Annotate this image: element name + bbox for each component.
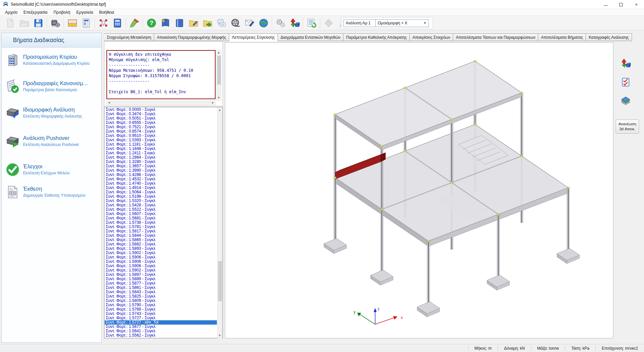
statusbar-unit-label: Επιτάχυνση: m/sec2: [595, 346, 644, 351]
save[interactable]: [31, 16, 45, 30]
convergence-message-box: Η σύγκλιση δεν επιτεύχθηκεΜήνυμα σύγκλισ…: [106, 50, 216, 99]
menu-item[interactable]: Βοήθεια: [96, 9, 117, 15]
scroll-left-icon[interactable]: ◄: [107, 101, 111, 105]
model-3d-viewport[interactable]: z x y: [225, 42, 613, 338]
sidebar-item-sublabel: Παράμετροι βάσει Κανονισμού: [23, 87, 88, 93]
toolbar-button[interactable]: [271, 16, 274, 30]
minimize-button[interactable]: [598, 0, 613, 9]
axis-triad: z x y: [353, 307, 403, 324]
roof-slab: [335, 61, 522, 150]
website[interactable]: [257, 16, 271, 30]
refresh-3d-button[interactable]: Ανανέωση 3d Απεικ.: [616, 120, 639, 134]
tab[interactable]: Λεπτομέρειες Σύγκλισης: [229, 33, 278, 41]
scroll-right-icon[interactable]: ►: [211, 101, 215, 105]
analysis-log[interactable]: [305, 16, 319, 30]
convergence-vscrollbar[interactable]: ▲ ▼: [216, 50, 221, 101]
toolbar-button-icon: [259, 18, 269, 28]
sidebar-item-label: Ιδιομορφική Ανάλυση: [23, 107, 82, 113]
menu-item[interactable]: Εργαλεία: [73, 9, 96, 15]
run-analysis[interactable]: [48, 16, 62, 30]
display-options[interactable]: [288, 16, 302, 30]
sidebar-item-building-modelling[interactable]: Προσομοίωση Κτιρίου Κατασκευαστική Διαμό…: [6, 53, 98, 68]
scroll-up-icon[interactable]: ▲: [218, 108, 222, 113]
tab[interactable]: Στοχευόμενη Μετακίνηση: [104, 33, 154, 41]
statusbar-unit-label: Τάση: kPa: [565, 346, 595, 351]
forum[interactable]: [215, 16, 229, 30]
toolbar-button-icon: [290, 18, 300, 28]
menu-item[interactable]: Επεξεργασία: [20, 9, 50, 15]
tab[interactable]: Διαγράμματα Εντατικών Μεγεθών: [278, 33, 343, 41]
sidebar-item-eigenvalue-analysis[interactable]: Ιδιομορφική Ανάλυση Εκτέλεση Ιδιομορφική…: [6, 106, 98, 121]
sidebar-title: Βήματα Διαδικασίας: [13, 37, 64, 44]
building-modeller[interactable]: [65, 16, 79, 30]
sidebar-header: Βήματα Διαδικασίας: [2, 33, 101, 48]
toolbar-button[interactable]: [319, 16, 322, 30]
open-file[interactable]: [17, 16, 31, 30]
sidebar-item-label: Ανάλυση Pushover: [23, 135, 79, 141]
tab[interactable]: Παράμετροι Καθολικής Απόκρισης: [343, 33, 410, 41]
view-3d-options[interactable]: [619, 57, 632, 70]
sidebar-item-checks[interactable]: Έλεγχοι Εκτέλεση Ελέγχων Μελών: [6, 163, 98, 178]
scroll-down-icon[interactable]: ▼: [218, 333, 222, 338]
toolbar-button-icon: [231, 18, 241, 28]
toolbar-button-icon: [189, 18, 199, 28]
toolbar-button[interactable]: [124, 16, 127, 30]
menubar: ΑρχείοΕπεξεργασίαΠροβολήΕργαλείαΒοήθεια: [0, 9, 644, 16]
update-project[interactable]: [201, 16, 215, 30]
convergence-line: -----------------: [109, 62, 215, 68]
tab[interactable]: Αποτελέσματα Βήματος: [538, 33, 586, 41]
toolbar-button-icon: [160, 18, 171, 28]
svg-text:x: x: [401, 315, 403, 320]
structural-model[interactable]: [96, 16, 110, 30]
load-pattern-select[interactable]: Ομοιόμορφη + X ▼: [375, 19, 429, 27]
convergence-line: -----------------: [109, 78, 215, 84]
sidebar-item-code-requirements[interactable]: Προδιαγραφές Κανονισμ... Παράμετροι βάσε…: [6, 79, 98, 95]
analysis-select[interactable]: Ανάλυση Αρ.1: [343, 19, 375, 27]
menu-item[interactable]: Αρχείο: [2, 9, 20, 15]
edit-project-folder[interactable]: [187, 16, 201, 30]
toolbar-button[interactable]: [45, 16, 48, 30]
toolbar-button-icon: [217, 18, 227, 28]
close-button[interactable]: ×: [629, 0, 644, 9]
footings: [324, 238, 580, 317]
sidebar-item-pushover-analysis[interactable]: Ανάλυση Pushover Εκτέλεση Αναλύσεων Push…: [6, 134, 98, 150]
sidebar-item-sublabel: Εκτέλεση Αναλύσεων Pushover: [23, 142, 79, 147]
tab[interactable]: Απεικόνιση Παραμορφωμένης Μορφής: [154, 33, 229, 41]
user-manual[interactable]: [173, 16, 187, 30]
calculator[interactable]: [110, 16, 124, 30]
help[interactable]: [144, 16, 158, 30]
inactive-tool-1[interactable]: [322, 16, 336, 30]
load-step-row[interactable]: Συντ. Φορτ.: 1.5562 - Συγκλ: [105, 333, 217, 338]
list-vscrollbar[interactable]: ▲ ▼: [217, 108, 222, 338]
format-brush[interactable]: [127, 16, 141, 30]
toolbar: Ανάλυση Αρ.1 Ομοιόμορφη + X ▼: [0, 16, 644, 30]
tab[interactable]: Αποτελέσματα Τάσεων και Παραμορφώσεων: [453, 33, 538, 41]
tab[interactable]: Αποκρίσεις Στοιχείων: [410, 33, 453, 41]
settings[interactable]: [274, 16, 288, 30]
video-tutorials[interactable]: [229, 16, 243, 30]
maximize-button[interactable]: [613, 0, 629, 9]
report[interactable]: [79, 16, 93, 30]
toolbar-button[interactable]: [62, 16, 65, 30]
scroll-down-icon[interactable]: ▼: [217, 96, 221, 100]
toolbar-button[interactable]: [93, 16, 96, 30]
new-file[interactable]: [3, 16, 17, 30]
scroll-up-icon[interactable]: ▲: [217, 50, 221, 55]
convergence-hscrollbar[interactable]: ◄ ►: [106, 101, 216, 105]
contact-support[interactable]: [243, 16, 257, 30]
layers[interactable]: [619, 94, 632, 108]
chevron-down-icon: ▼: [423, 21, 426, 25]
sidebar-item-label: Έκθεση: [23, 186, 85, 192]
load-steps-list: Συντ. Φορτ.: 0.0000 - ΣυγκλΣυντ. Φορτ.: …: [105, 108, 217, 338]
element-checks[interactable]: [619, 75, 632, 89]
menu-item[interactable]: Προβολή: [50, 9, 73, 15]
toolbar-button-icon: [307, 18, 317, 28]
tutorial[interactable]: [158, 16, 173, 30]
convergence-pane: Η σύγκλιση δεν επιτεύχθηκεΜήνυμα σύγκλισ…: [104, 41, 223, 106]
viewport-tool-icon: [621, 96, 631, 106]
toolbar-button[interactable]: [141, 16, 144, 30]
sidebar-item-icon: [6, 185, 20, 199]
sidebar-item-report[interactable]: Έκθεση Δημιουργία Έκθεσης Υπολογισμών: [6, 185, 98, 200]
tab[interactable]: Καταγραφές Ανάλυσης: [586, 33, 632, 41]
toolbar-button[interactable]: [302, 16, 305, 30]
